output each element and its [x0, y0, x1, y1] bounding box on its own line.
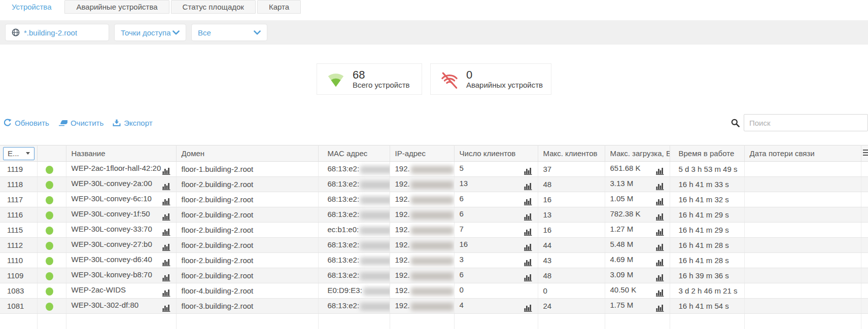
- device-name-cell: WEP-30L-convey-1f:50: [66, 207, 176, 223]
- chart-icon[interactable]: [656, 289, 665, 297]
- id-sort-box[interactable]: Е...: [3, 147, 34, 160]
- refresh-button[interactable]: Обновить: [4, 119, 49, 127]
- table-row[interactable]: 1115 WEP-30L-convey-33:70 floor-2.buildi…: [0, 223, 868, 238]
- download-icon: [113, 119, 121, 127]
- uptime: 16 h 41 m 32 s: [670, 192, 744, 207]
- loss-date: [744, 238, 861, 253]
- table-row[interactable]: 1109 WEP-30L-konvey-b8:70 floor-2.buildi…: [0, 268, 868, 283]
- redacted-ip: [411, 211, 454, 220]
- chart-icon[interactable]: [656, 259, 665, 266]
- chart-icon[interactable]: [162, 198, 171, 205]
- search-input[interactable]: [744, 114, 868, 131]
- clear-button[interactable]: Очистить: [58, 119, 103, 127]
- chevron-down-icon: [254, 30, 261, 35]
- clients-count: 5: [460, 164, 464, 172]
- chart-icon[interactable]: [162, 274, 171, 281]
- wifi-icon: [325, 69, 346, 89]
- column-header-menu[interactable]: [861, 145, 868, 162]
- chart-icon[interactable]: [656, 228, 665, 236]
- chart-icon[interactable]: [524, 167, 533, 175]
- clients-count: 13: [460, 179, 468, 188]
- chart-icon[interactable]: [162, 304, 171, 312]
- column-header-uptime[interactable]: Время в работе: [670, 145, 744, 162]
- chart-icon[interactable]: [162, 259, 171, 266]
- redacted-ip: [411, 287, 454, 296]
- chart-icon[interactable]: [162, 167, 171, 175]
- chart-icon[interactable]: [524, 243, 533, 251]
- table-body: 1119 WEP-2ac-1floor-hall-42:20 floor-1.b…: [0, 162, 868, 329]
- chart-icon[interactable]: [162, 213, 171, 221]
- chart-icon[interactable]: [656, 274, 665, 281]
- device-name: WEP-30L-convey-33:70: [72, 225, 152, 233]
- column-header-clients[interactable]: Число клиентов: [454, 145, 538, 162]
- chart-icon[interactable]: [524, 228, 533, 236]
- chart-icon[interactable]: [162, 289, 171, 297]
- mac-prefix: 68:13:e2:: [328, 164, 360, 173]
- clients-count: 3: [460, 255, 464, 264]
- max-clients: 16: [538, 192, 605, 207]
- status-online-dot: [46, 181, 53, 189]
- chart-icon[interactable]: [656, 243, 665, 251]
- chart-icon[interactable]: [524, 274, 533, 281]
- state-select[interactable]: Все: [191, 24, 267, 41]
- device-domain: floor-4.building-2.root: [176, 283, 318, 299]
- redacted-mac: [360, 211, 390, 220]
- refresh-label: Обновить: [15, 119, 49, 127]
- redacted-ip: [411, 242, 454, 250]
- clients-count: 6: [460, 209, 464, 218]
- row-edge-cell: [861, 268, 868, 283]
- status-online-dot: [46, 257, 53, 265]
- uptime: 16 h 41 m 33 s: [670, 177, 744, 192]
- tab-devices[interactable]: Устройства: [0, 0, 63, 14]
- chart-icon[interactable]: [162, 228, 171, 236]
- table-row[interactable]: 1119 WEP-2ac-1floor-hall-42:20 floor-1.b…: [0, 162, 868, 177]
- chart-icon[interactable]: [162, 243, 171, 251]
- chart-icon[interactable]: [524, 213, 533, 221]
- device-clients-cell: 0: [454, 283, 538, 299]
- table-row[interactable]: 1116 WEP-30L-convey-1f:50 floor-2.buildi…: [0, 207, 868, 223]
- column-header-max-load[interactable]: Макс. загрузка, Б/с: [605, 145, 670, 162]
- table-row[interactable]: 1117 WEP-30L-convey-6c:10 floor-2.buildi…: [0, 192, 868, 207]
- chart-icon[interactable]: [656, 182, 665, 190]
- tab-map[interactable]: Карта: [257, 0, 301, 14]
- tab-alarm-devices[interactable]: Аварийные устройства: [64, 0, 169, 14]
- device-type-select[interactable]: Точки доступа: [114, 24, 186, 41]
- table-row[interactable]: 1118 WEP-30L-convey-2a:00 floor-2.buildi…: [0, 177, 868, 192]
- loss-date: [744, 283, 861, 299]
- column-header-ip[interactable]: IP-адрес: [390, 145, 454, 162]
- column-header-domain[interactable]: Домен: [176, 145, 318, 162]
- mac-prefix: E0:D9:E3:: [328, 286, 362, 295]
- device-mac-cell: 68:13:e2:: [318, 238, 390, 253]
- table-row[interactable]: 1081 WEP-30L-302-df:80 floor-3.building-…: [0, 299, 868, 314]
- chart-icon[interactable]: [656, 198, 665, 205]
- chart-icon[interactable]: [656, 304, 665, 312]
- device-clients-cell: 3: [454, 253, 538, 268]
- table-row[interactable]: 1112 WEP-30L-convey-27:b0 floor-2.buildi…: [0, 238, 868, 253]
- chart-icon[interactable]: [656, 167, 665, 175]
- domain-filter-input[interactable]: *.building-2.root: [5, 24, 109, 41]
- device-ip-cell: 192.: [390, 268, 454, 283]
- export-button[interactable]: Экспорт: [113, 119, 152, 127]
- device-status-cell: [37, 192, 66, 207]
- column-menu-icon[interactable]: [863, 148, 868, 157]
- eraser-icon: [58, 119, 67, 126]
- chart-icon[interactable]: [524, 304, 533, 312]
- column-header-status[interactable]: [37, 145, 66, 162]
- column-header-name[interactable]: Название: [66, 145, 176, 162]
- chart-icon[interactable]: [524, 259, 533, 266]
- table-row[interactable]: 1110 WEP-30L-convey-d6:40 floor-2.buildi…: [0, 253, 868, 268]
- column-header-max-clients[interactable]: Макс. клиентов: [538, 145, 605, 162]
- chart-icon[interactable]: [524, 182, 533, 190]
- tab-site-status[interactable]: Статус площадок: [171, 0, 256, 14]
- table-row[interactable]: 1083 WEP-2ac-WIDS floor-4.building-2.roo…: [0, 283, 868, 299]
- column-header-mac[interactable]: MAC адрес: [318, 145, 390, 162]
- device-id: 1083: [0, 283, 37, 299]
- chart-icon[interactable]: [524, 198, 533, 205]
- column-header-loss-date[interactable]: Дата потери связи: [744, 145, 861, 162]
- status-online-dot: [46, 227, 53, 235]
- redacted-ip: [411, 196, 454, 204]
- chart-icon[interactable]: [656, 213, 665, 221]
- column-header-id[interactable]: Е...: [0, 145, 37, 162]
- chart-icon[interactable]: [162, 182, 171, 190]
- device-ip-cell: 192.: [390, 162, 454, 177]
